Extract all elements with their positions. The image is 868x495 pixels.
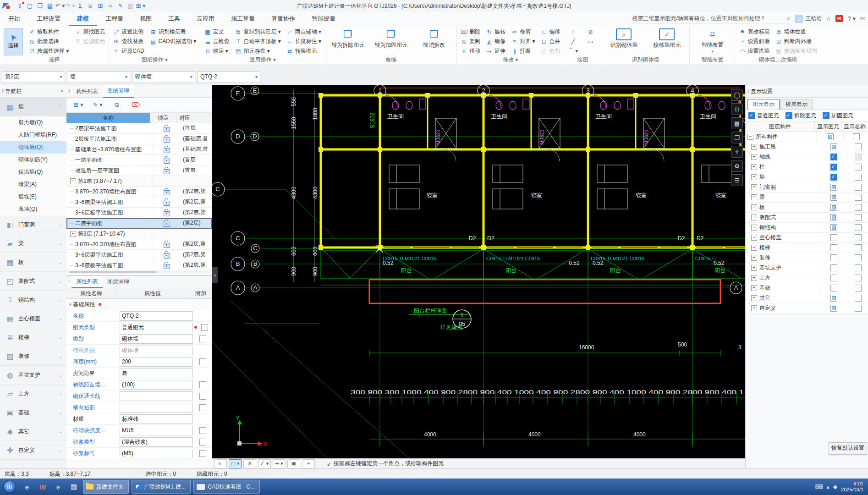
close-icon[interactable]: ×	[60, 88, 64, 94]
tray-icon[interactable]: ▴	[827, 484, 830, 490]
axis-bubble[interactable]: E	[251, 87, 259, 95]
lock-icon[interactable]	[164, 222, 170, 227]
axis-bubble[interactable]: B	[231, 257, 245, 271]
expand-icon[interactable]: +	[751, 285, 757, 291]
panel-collapse-handle[interactable]: «	[212, 267, 218, 283]
ribbon-item[interactable]: ◔设置斜墙	[739, 37, 769, 46]
drawing-row[interactable]: ─二层平面图 (第2层)	[66, 218, 212, 229]
expand-icon[interactable]: +	[751, 225, 757, 231]
quick-access-icon[interactable]: ▥	[126, 0, 136, 11]
ribbon-item[interactable]: ▤CAD识别选项 ▾	[150, 37, 197, 46]
expand-icon[interactable]: +	[751, 164, 757, 170]
ribbon-item[interactable]: ≡对齐 ▾	[511, 37, 535, 46]
display-row[interactable]: +自定义	[746, 303, 868, 314]
show-name-checkbox[interactable]	[855, 204, 862, 211]
show-element-checkbox[interactable]	[830, 143, 837, 150]
show-element-checkbox[interactable]	[830, 285, 837, 292]
menu-tab[interactable]: 建模	[69, 12, 97, 26]
viewport-toolbar-button[interactable]: ⌖	[302, 459, 315, 468]
quick-access-icon[interactable]: ❒	[35, 0, 45, 11]
viewport-tool-button[interactable]: ▤	[731, 117, 743, 129]
axis-bubble[interactable]: C	[231, 231, 245, 245]
display-row[interactable]: +装修	[746, 253, 868, 263]
quick-access-icon[interactable]: ▢	[25, 0, 35, 11]
expand-icon[interactable]: +	[751, 154, 757, 160]
expand-icon[interactable]: +	[751, 275, 757, 281]
ribbon-item[interactable]: ⊂偏移	[540, 27, 560, 37]
show-name-checkbox[interactable]	[855, 143, 862, 150]
lock-icon[interactable]	[164, 190, 170, 195]
ribbon-item[interactable]: ⧉复制到其它层 ▾	[235, 27, 280, 37]
ribbon-item[interactable]: ◭镜像	[486, 37, 505, 46]
column-name[interactable]: 名称	[66, 113, 150, 123]
drawing-row[interactable]: ─一层平面图 (首层	[66, 155, 212, 165]
property-value-field[interactable]: 砌体墙	[120, 334, 193, 344]
menu-tab[interactable]: 施工算量	[223, 12, 263, 26]
viewport-tool-button[interactable]: ☰	[731, 174, 743, 186]
viewport-toolbar-button[interactable]: ✛ ▾	[273, 459, 286, 468]
drawing-row[interactable]: ─3~6层梁平法施工图 (第2层,第	[66, 250, 212, 260]
property-value-field[interactable]: 是	[120, 368, 193, 378]
menu-tab[interactable]: 算量协作	[263, 12, 303, 26]
ribbon-item[interactable]: ☑按属性选择 ▾	[28, 46, 69, 56]
checkbox-checked[interactable]	[823, 112, 830, 119]
group-label[interactable]: 修改 ▾	[457, 56, 564, 64]
taskbar-window-button[interactable]: 广联达BIM土建...	[132, 480, 191, 494]
quick-access-icon[interactable]: ⊞	[95, 0, 105, 11]
display-row[interactable]: +施工段	[746, 142, 868, 152]
ribbon-item[interactable]: ↻旋转	[486, 27, 505, 37]
quick-access-icon[interactable]: ✎	[115, 0, 126, 11]
show-element-checkbox[interactable]	[830, 194, 837, 201]
nav-subitem[interactable]: 砌体加筋(Y)	[0, 154, 66, 166]
show-element-checkbox[interactable]	[830, 275, 837, 281]
viewport-tool-button[interactable]: ⚙	[731, 160, 743, 172]
drawing-row[interactable]: ─3.870~20.370墙柱布置图 (第2层,第	[66, 239, 212, 250]
attach-checkbox[interactable]	[199, 381, 206, 388]
show-name-checkbox[interactable]	[855, 234, 862, 241]
attach-checkbox[interactable]	[199, 427, 206, 434]
nav-item[interactable]: ⌶ 钢结构 ⌄	[0, 291, 66, 309]
axis-bubble[interactable]: E	[231, 87, 245, 100]
nav-item[interactable]: ≣ 楼梯 ⌄	[0, 328, 66, 347]
filter-checkbox-item[interactable]: 加固图元	[823, 112, 853, 120]
display-row[interactable]: +其它	[746, 293, 868, 303]
display-row[interactable]: +装配式	[746, 213, 868, 223]
expand-icon[interactable]: +	[751, 194, 757, 200]
show-element-checkbox[interactable]	[830, 254, 837, 261]
display-row[interactable]: +轴线	[746, 152, 868, 162]
viewport-tool-button[interactable]: ❐	[731, 132, 743, 143]
expand-icon[interactable]: +	[751, 235, 757, 241]
display-row[interactable]: +柱	[746, 162, 868, 172]
lock-icon[interactable]	[164, 243, 170, 248]
show-name-checkbox[interactable]	[855, 154, 862, 160]
drawing-row[interactable]: ─3~6层板平法施工图 (第2层,第	[66, 208, 212, 218]
quick-access-icon[interactable]: ⌗	[105, 0, 115, 11]
show-element-checkbox[interactable]	[830, 174, 837, 181]
expand-icon[interactable]: +	[751, 144, 757, 150]
ribbon-big-button[interactable]: ⌕ 识别砌体墙	[605, 27, 643, 54]
ribbon-item[interactable]: ∦打断	[511, 46, 535, 56]
tray-icon[interactable]: ⌨	[815, 484, 823, 490]
lock-icon[interactable]	[164, 264, 170, 269]
attach-checkbox[interactable]	[199, 404, 206, 411]
property-row[interactable]: 轴线距左墙... (100)	[66, 379, 212, 390]
display-row[interactable]: +空心楼盖	[746, 233, 868, 243]
nav-item[interactable]: ▤ 板 ⌄	[0, 253, 66, 272]
show-name-checkbox[interactable]	[855, 264, 862, 271]
show-name-checkbox[interactable]	[855, 244, 862, 251]
expand-icon[interactable]: +	[751, 184, 757, 190]
show-name-checkbox[interactable]	[855, 305, 862, 312]
column-map[interactable]: 对应	[176, 113, 212, 123]
context-dropdown[interactable]: 墙	[67, 72, 130, 83]
show-name-checkbox[interactable]	[853, 133, 860, 140]
property-value-field[interactable]: MU5	[120, 426, 193, 435]
expand-icon[interactable]: +	[751, 255, 757, 261]
property-value-field[interactable]	[120, 403, 193, 412]
property-value-field[interactable]: 标准砖	[120, 414, 193, 424]
ribbon-big-button[interactable]: ❐ 转为拆除图元	[329, 27, 367, 54]
show-element-checkbox[interactable]	[830, 164, 837, 170]
property-row[interactable]: 横向短筋	[66, 402, 212, 413]
tab-property-list[interactable]: 属性列表	[71, 276, 103, 288]
drawing-row[interactable]: ─3~6层板平法施工图 (第2层,第	[66, 260, 212, 271]
draw-tool[interactable]: ▭	[585, 37, 597, 46]
